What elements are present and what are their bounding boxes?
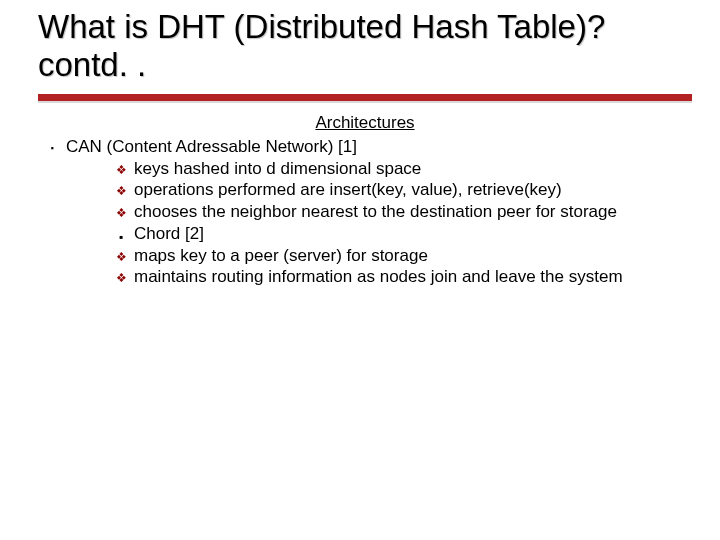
diamond-bullet-icon: ❖ — [108, 202, 134, 221]
list-item: ▪Chord [2] — [38, 224, 692, 245]
square-bullet-icon: ▪ — [38, 137, 66, 154]
list-item: ❖chooses the neighbor nearest to the des… — [38, 202, 692, 223]
list-item: ❖operations performed are insert(key, va… — [38, 180, 692, 201]
list-item: ▪ CAN (Content Adressable Network) [1] — [38, 137, 692, 158]
list-item: ❖maps key to a peer (server) for storage — [38, 246, 692, 267]
square-bullet-icon: ▪ — [108, 224, 134, 245]
list-item: ❖maintains routing information as nodes … — [38, 267, 692, 288]
list-item-text: maps key to a peer (server) for storage — [134, 246, 692, 267]
section-subhead: Architectures — [38, 113, 692, 133]
list-item-text: CAN (Content Adressable Network) [1] — [66, 137, 692, 158]
list-item-text: maintains routing information as nodes j… — [134, 267, 692, 288]
diamond-bullet-icon: ❖ — [108, 267, 134, 286]
list-item-text: Chord [2] — [134, 224, 692, 245]
sub-list: ❖keys hashed into d dimensional space❖op… — [38, 159, 692, 288]
divider-red-bar — [38, 94, 692, 101]
title-divider — [38, 94, 692, 103]
slide: What is DHT (Distributed Hash Table)? co… — [0, 0, 720, 288]
slide-content: ▪ CAN (Content Adressable Network) [1] ❖… — [38, 137, 692, 288]
list-item-text: keys hashed into d dimensional space — [134, 159, 692, 180]
list-item-text: chooses the neighbor nearest to the dest… — [134, 202, 692, 223]
slide-title: What is DHT (Distributed Hash Table)? co… — [38, 8, 692, 84]
diamond-bullet-icon: ❖ — [108, 159, 134, 178]
list-item-text: operations performed are insert(key, val… — [134, 180, 692, 201]
list-item: ❖keys hashed into d dimensional space — [38, 159, 692, 180]
diamond-bullet-icon: ❖ — [108, 180, 134, 199]
diamond-bullet-icon: ❖ — [108, 246, 134, 265]
divider-shadow — [38, 101, 692, 103]
